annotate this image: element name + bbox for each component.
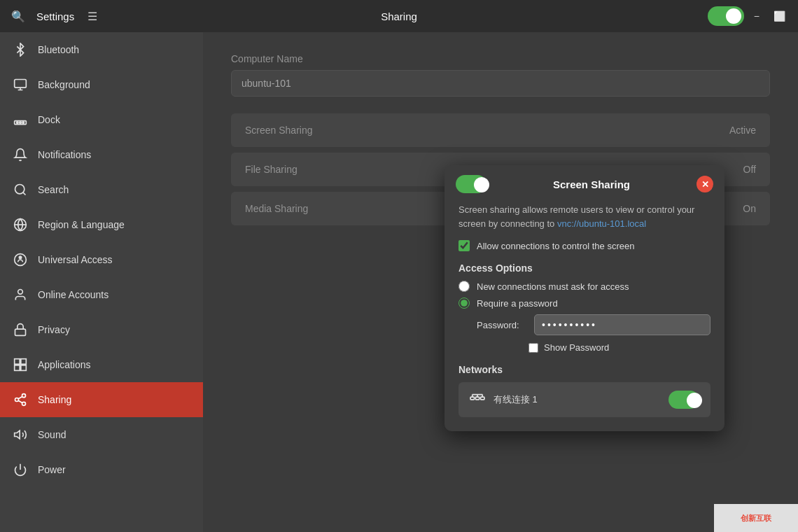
minimize-button[interactable]: − xyxy=(750,8,764,24)
svg-point-5 xyxy=(15,185,24,194)
background-icon xyxy=(13,77,28,92)
network-row: 有线连接 1 xyxy=(458,382,710,417)
allow-connections-row: Allow connections to control the screen xyxy=(458,240,710,251)
menu-button[interactable]: ☰ xyxy=(83,6,102,26)
radio-label-ask: New connections must ask for access xyxy=(477,281,629,292)
svg-rect-25 xyxy=(475,397,479,400)
main-content: Computer Name Screen Sharing Active File… xyxy=(203,32,798,532)
sidebar-item-power[interactable]: Power xyxy=(0,452,203,487)
search-icon xyxy=(13,182,28,197)
titlebar-left: 🔍 Settings ☰ xyxy=(8,6,102,26)
svg-marker-22 xyxy=(15,430,20,439)
sidebar-label-dock: Dock xyxy=(38,114,60,125)
allow-connections-label: Allow connections to control the screen xyxy=(477,241,634,251)
svg-point-2 xyxy=(17,122,19,124)
networks-title: Networks xyxy=(458,364,710,375)
dialog-toggle[interactable] xyxy=(456,175,486,193)
sharing-icon xyxy=(13,392,28,407)
titlebar-right: − ⬜ xyxy=(708,6,790,26)
online-accounts-icon xyxy=(13,287,28,302)
radio-ask-access[interactable] xyxy=(458,281,470,292)
radio-row-password: Require a password xyxy=(458,298,710,309)
page-title-header: Sharing xyxy=(381,10,417,22)
dialog-title: Screen Sharing xyxy=(486,178,696,190)
radio-label-password: Require a password xyxy=(477,298,558,309)
sidebar-label-sharing: Sharing xyxy=(38,394,71,405)
svg-rect-26 xyxy=(481,397,484,400)
svg-point-4 xyxy=(22,122,24,124)
sidebar-item-notifications[interactable]: Notifications xyxy=(0,137,203,172)
sidebar-label-background: Background xyxy=(38,79,90,90)
titlebar-search-icon[interactable]: 🔍 xyxy=(8,6,28,26)
svg-point-3 xyxy=(20,122,22,124)
show-password-checkbox[interactable] xyxy=(528,343,538,353)
privacy-icon xyxy=(13,322,28,337)
network-toggle[interactable] xyxy=(668,391,699,409)
allow-connections-checkbox[interactable] xyxy=(458,240,470,251)
svg-point-10 xyxy=(19,256,21,258)
screen-sharing-dialog: Screen Sharing ✕ Screen sharing allows r… xyxy=(444,165,724,431)
sidebar-label-bluetooth: Bluetooth xyxy=(38,44,79,55)
app-title: Settings xyxy=(36,10,74,22)
show-password-row: Show Password xyxy=(528,342,710,353)
svg-point-19 xyxy=(22,402,26,405)
svg-rect-14 xyxy=(21,359,27,365)
network-name: 有线连接 1 xyxy=(493,393,538,406)
sidebar-item-search[interactable]: Search xyxy=(0,172,203,207)
sidebar-item-privacy[interactable]: Privacy xyxy=(0,312,203,347)
svg-line-6 xyxy=(23,192,26,195)
sidebar-item-dock[interactable]: Dock xyxy=(0,102,203,137)
sidebar-label-region: Region & Language xyxy=(38,219,125,230)
network-left: 有线连接 1 xyxy=(470,392,538,408)
vnc-link[interactable]: vnc://ubuntu-101.local xyxy=(557,218,646,229)
sidebar-item-region[interactable]: Region & Language xyxy=(0,207,203,242)
svg-rect-15 xyxy=(15,365,20,371)
sharing-main-toggle[interactable] xyxy=(708,6,744,26)
power-icon xyxy=(13,462,28,477)
sidebar-label-applications: Applications xyxy=(38,359,91,370)
access-options-title: Access Options xyxy=(458,262,710,274)
svg-rect-0 xyxy=(15,80,27,88)
sidebar-label-online-accounts: Online Accounts xyxy=(38,289,108,300)
sidebar-item-universal-access[interactable]: Universal Access xyxy=(0,242,203,277)
notifications-icon xyxy=(13,147,28,162)
sidebar-label-universal-access: Universal Access xyxy=(38,254,113,265)
sidebar-item-bluetooth[interactable]: Bluetooth xyxy=(0,32,203,67)
watermark: 创新互联 xyxy=(714,504,798,532)
app-body: Bluetooth Background Dock Notifications … xyxy=(0,32,798,532)
sidebar-label-power: Power xyxy=(38,464,66,475)
svg-line-20 xyxy=(18,400,22,402)
svg-point-17 xyxy=(22,394,26,398)
sidebar-item-sharing[interactable]: Sharing xyxy=(0,382,203,417)
svg-rect-13 xyxy=(15,359,20,365)
svg-rect-24 xyxy=(470,397,474,400)
titlebar: 🔍 Settings ☰ Sharing − ⬜ xyxy=(0,0,798,32)
radio-row-ask: New connections must ask for access xyxy=(458,281,710,292)
password-label: Password: xyxy=(477,320,526,330)
sidebar-label-search: Search xyxy=(38,184,69,195)
svg-line-21 xyxy=(18,396,22,398)
dialog-description: Screen sharing allows remote users to vi… xyxy=(458,203,710,230)
dialog-titlebar: Screen Sharing ✕ xyxy=(444,165,724,203)
sidebar-item-applications[interactable]: Applications xyxy=(0,347,203,382)
sidebar-label-notifications: Notifications xyxy=(38,149,91,160)
svg-rect-16 xyxy=(21,365,27,371)
bluetooth-icon xyxy=(13,42,28,57)
sidebar-label-privacy: Privacy xyxy=(38,324,70,335)
radio-require-password[interactable] xyxy=(458,298,470,309)
password-row: Password: xyxy=(477,314,710,335)
dock-icon xyxy=(13,112,28,127)
sound-icon xyxy=(13,427,28,442)
region-icon xyxy=(13,217,28,232)
universal-access-icon xyxy=(13,252,28,267)
dialog-close-button[interactable]: ✕ xyxy=(696,176,713,192)
restore-button[interactable]: ⬜ xyxy=(769,8,790,24)
sidebar-item-online-accounts[interactable]: Online Accounts xyxy=(0,277,203,312)
sidebar-item-sound[interactable]: Sound xyxy=(0,417,203,452)
svg-point-11 xyxy=(18,290,23,295)
svg-point-18 xyxy=(15,398,19,402)
sidebar-item-background[interactable]: Background xyxy=(0,67,203,102)
applications-icon xyxy=(13,357,28,372)
sidebar: Bluetooth Background Dock Notifications … xyxy=(0,32,203,532)
password-input[interactable] xyxy=(534,314,710,335)
